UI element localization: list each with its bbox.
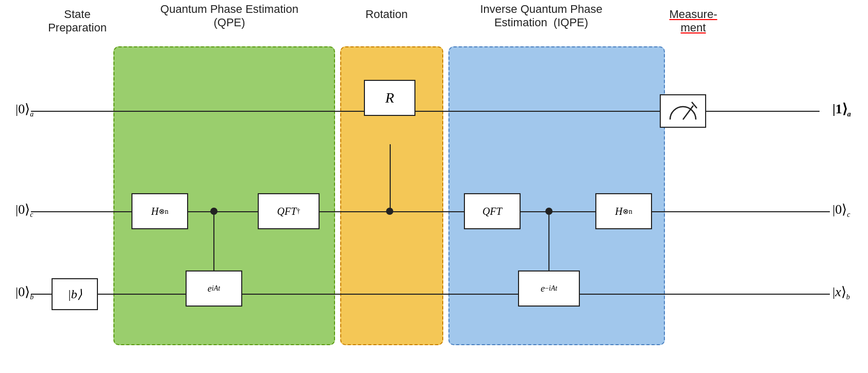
measurement-label: Measure-ment [660, 8, 727, 35]
gate-hadamard-2: H⊗n [595, 193, 652, 229]
qpe-label: Quantum Phase Estimation(QPE) [139, 3, 320, 29]
output-b: |x⟩b [832, 284, 850, 301]
quantum-circuit-diagram: StatePreparation Quantum Phase Estimatio… [0, 0, 868, 373]
gate-b-state: |b⟩ [52, 278, 98, 310]
output-c: |0⟩c [832, 201, 850, 219]
wire-a-right [691, 111, 820, 112]
input-c: |0⟩c [15, 201, 33, 219]
input-b: |0⟩b [15, 284, 34, 301]
gate-qft: QFT [464, 193, 521, 229]
rotation-vline [390, 144, 391, 211]
gate-hadamard-1: H⊗n [131, 193, 188, 229]
input-a: |0⟩a [15, 101, 34, 118]
ctrl-vline-2 [548, 211, 549, 278]
wire-a [31, 111, 660, 112]
gate-e-neg-iat: e−iAt [518, 270, 580, 307]
output-a: |1⟩a [832, 101, 851, 118]
iqpe-label: Inverse Quantum PhaseEstimation (IQPE) [448, 3, 634, 29]
gate-R: R [364, 80, 415, 116]
measure-box [660, 94, 706, 128]
ctrl-dot-rotation [386, 208, 393, 215]
meter-icon [665, 98, 701, 125]
rotation-label: Rotation [340, 8, 433, 21]
gate-eiat: eiAt [186, 270, 242, 307]
ctrl-vline-1 [213, 211, 214, 278]
gate-qft-dag: QFT† [258, 193, 320, 229]
wire-b [31, 294, 830, 295]
state-prep-label: StatePreparation [26, 8, 129, 35]
